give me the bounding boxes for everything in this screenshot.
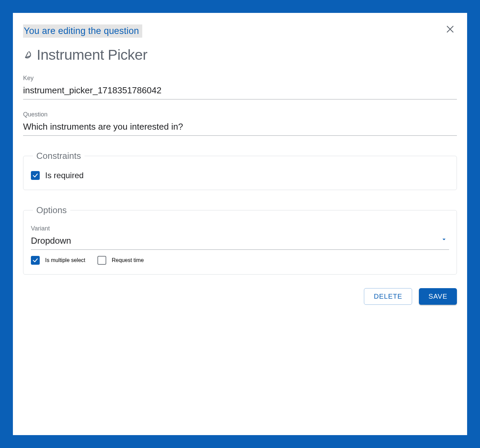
key-label: Key — [23, 75, 457, 82]
checkbox-checked-icon — [31, 256, 40, 265]
variant-select[interactable]: Dropdown — [31, 234, 449, 250]
save-button[interactable]: SAVE — [419, 288, 457, 305]
is-multiple-select-label: Is multiple select — [45, 257, 85, 263]
request-time-label: Request time — [112, 257, 144, 263]
key-input[interactable] — [23, 84, 457, 99]
constraints-legend: Constraints — [33, 151, 85, 161]
variant-label: Variant — [31, 225, 449, 232]
variant-value: Dropdown — [31, 234, 449, 250]
is-required-label: Is required — [45, 171, 84, 180]
editing-banner: You are editing the question — [23, 24, 142, 38]
options-legend: Options — [33, 205, 70, 216]
instrument-picker-icon — [23, 49, 35, 61]
question-input[interactable] — [23, 120, 457, 136]
checkbox-unchecked-icon — [97, 256, 106, 265]
request-time-checkbox[interactable]: Request time — [97, 256, 144, 265]
question-field: Question — [23, 111, 457, 136]
dialog-title: Instrument Picker — [37, 46, 147, 63]
delete-button[interactable]: DELETE — [364, 288, 412, 305]
is-required-checkbox[interactable]: Is required — [31, 171, 84, 180]
is-multiple-select-checkbox[interactable]: Is multiple select — [31, 256, 85, 265]
title-row: Instrument Picker — [23, 46, 457, 63]
dialog-actions: DELETE SAVE — [23, 288, 457, 305]
key-field: Key — [23, 75, 457, 99]
checkbox-checked-icon — [31, 171, 40, 180]
close-button[interactable] — [443, 22, 457, 36]
close-icon — [446, 25, 455, 34]
question-label: Question — [23, 111, 457, 118]
variant-field: Variant Dropdown — [31, 225, 449, 250]
constraints-group: Constraints Is required — [23, 151, 457, 190]
chevron-down-icon — [440, 236, 448, 244]
options-group: Options Variant Dropdown Is multiple sel… — [23, 205, 457, 275]
question-editor-dialog: You are editing the question Instrument … — [13, 13, 467, 435]
